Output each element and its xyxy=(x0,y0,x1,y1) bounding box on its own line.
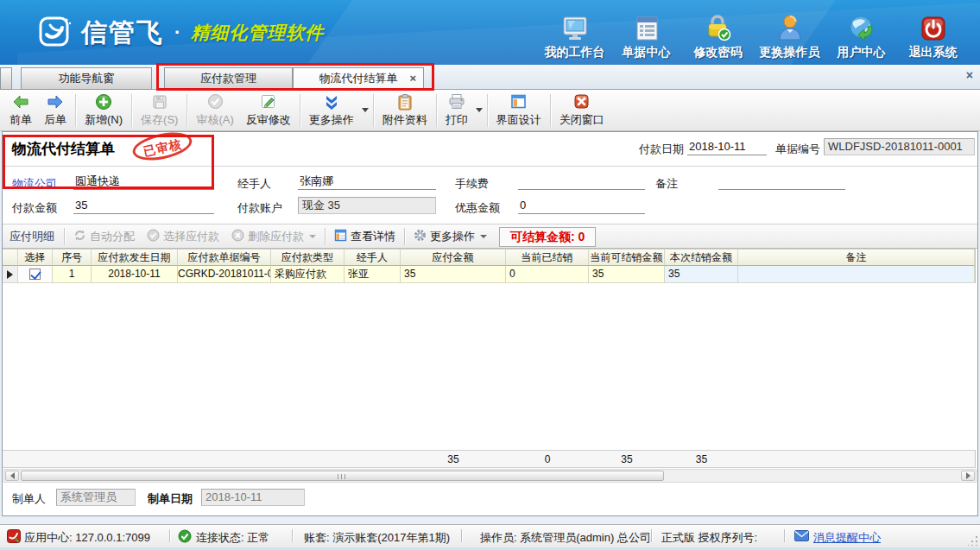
grid-header-row: 选择 序号 应付款发生日期 应付款单据编号 应付款类型 经手人 应付金额 当前已… xyxy=(3,249,975,266)
nav-change-password[interactable]: 修改密码 xyxy=(682,12,754,60)
scroll-right-button[interactable] xyxy=(961,471,975,481)
button-label: 删除应付款 xyxy=(248,229,304,244)
pay-amount-field[interactable]: 35 xyxy=(73,198,214,214)
cell-amount: 35 xyxy=(401,266,506,283)
col-header-docno[interactable]: 应付款单据编号 xyxy=(178,249,271,266)
dropdown-caret-icon[interactable] xyxy=(476,108,483,112)
connection-ok-icon xyxy=(178,529,192,546)
cell-docno: CGRKD-20181011-0005 xyxy=(178,266,271,283)
col-header-handler[interactable]: 经手人 xyxy=(345,249,401,266)
grid-data-row[interactable]: 1 2018-10-11 CGRKD-20181011-0005 采购应付款 张… xyxy=(3,266,975,283)
envelope-icon[interactable] xyxy=(794,530,809,544)
add-button[interactable]: 新增(N) xyxy=(79,92,129,130)
fee-label: 手续费 xyxy=(455,176,489,192)
attachments-button[interactable]: 附件资料 xyxy=(376,92,433,130)
col-header-date[interactable]: 应付款发生日期 xyxy=(92,249,178,266)
tab-logistics-settlement[interactable]: 物流代付结算单 × xyxy=(293,67,424,90)
next-doc-button[interactable]: 后单 xyxy=(38,92,73,130)
tab-close-icon[interactable]: × xyxy=(409,68,416,89)
save-button: 保存(S) xyxy=(135,92,184,130)
col-header-remark[interactable]: 备注 xyxy=(738,249,975,266)
status-separator xyxy=(461,529,462,542)
tab-payable-management[interactable]: 应付款管理 xyxy=(164,67,293,90)
cell-handler: 张亚 xyxy=(345,266,401,283)
col-header-type[interactable]: 应付款类型 xyxy=(271,249,345,266)
cell-remark[interactable] xyxy=(738,266,975,283)
tab-function-nav[interactable]: 功能导航窗 xyxy=(21,67,152,90)
pay-account-label: 付款账户 xyxy=(237,200,282,216)
power-icon xyxy=(920,12,946,41)
summary-spacer xyxy=(178,451,271,467)
col-header-amount[interactable]: 应付金额 xyxy=(401,249,506,266)
print-button[interactable]: 打印 xyxy=(439,92,474,130)
cell-seq: 1 xyxy=(53,266,92,283)
document-title: 物流代付结算单 xyxy=(12,139,115,159)
logistics-company-field[interactable]: 圆通快递 xyxy=(73,174,214,190)
col-header-select[interactable]: 选择 xyxy=(18,249,53,266)
nav-user-center[interactable]: 用户中心 xyxy=(825,12,897,60)
auto-assign-button: 自动分配 xyxy=(67,226,141,247)
summary-spacer xyxy=(271,451,345,467)
account-set-status: 账套: 演示账套(2017年第1期) xyxy=(304,530,450,546)
cell-settleable: 35 xyxy=(589,266,665,283)
toolbar-separator xyxy=(550,94,551,127)
ui-design-button[interactable]: 界面设计 xyxy=(490,92,547,130)
application-window: 信管飞 · 精细化管理软件 我的工作台 xyxy=(0,0,980,550)
col-header-settled[interactable]: 当前已结销 xyxy=(506,249,589,266)
row-select-cell[interactable] xyxy=(18,266,53,283)
remark-label: 备注 xyxy=(655,176,678,192)
resize-grip-icon[interactable] xyxy=(968,535,978,546)
handler-label: 经手人 xyxy=(237,176,271,192)
discount-field[interactable]: 0 xyxy=(518,198,645,214)
col-header-settleable[interactable]: 当前可结销金额 xyxy=(589,249,665,266)
scroll-left-button[interactable] xyxy=(5,471,19,481)
clipboard-icon xyxy=(397,93,413,111)
tabstrip-close-icon[interactable]: × xyxy=(966,68,973,82)
horizontal-scrollbar[interactable] xyxy=(3,469,977,483)
toolbar-separator xyxy=(436,94,437,127)
nav-document-center[interactable]: 单据中心 xyxy=(610,12,682,60)
brand-logo-icon xyxy=(38,14,73,52)
pay-date-field[interactable]: 2018-10-11 xyxy=(687,139,767,155)
col-header-this-settle[interactable]: 本次结销金额 xyxy=(665,249,738,266)
button-label: 打印 xyxy=(446,112,468,128)
doc-no-field: WLDFJSD-20181011-0001 xyxy=(824,138,975,155)
dropdown-caret-icon[interactable] xyxy=(480,235,487,238)
arrow-left-icon xyxy=(12,93,29,111)
cell-this-settle[interactable]: 35 xyxy=(665,266,738,283)
detail-more-actions-button[interactable]: 更多操作 xyxy=(408,226,493,247)
button-label: 保存(S) xyxy=(141,112,178,128)
dropdown-caret-icon[interactable] xyxy=(362,108,369,112)
nav-exit-system[interactable]: 退出系统 xyxy=(897,12,969,60)
summary-settleable: 35 xyxy=(589,451,665,467)
toolbar-separator xyxy=(487,94,488,127)
fee-field[interactable] xyxy=(518,174,645,190)
toolbar-separator xyxy=(64,228,65,245)
status-separator xyxy=(169,529,170,542)
col-header-seq[interactable]: 序号 xyxy=(53,249,92,266)
status-separator xyxy=(292,529,293,542)
scrollbar-thumb[interactable] xyxy=(21,471,664,481)
grid-summary-row: 35 0 35 35 xyxy=(3,450,976,468)
message-center-link[interactable]: 消息提醒中心 xyxy=(813,530,881,546)
brand-separator: · xyxy=(174,22,180,44)
checkbox-checked-icon[interactable] xyxy=(29,269,41,280)
toolbar-separator xyxy=(325,228,326,245)
nav-switch-operator[interactable]: 更换操作员 xyxy=(754,12,825,60)
more-actions-button[interactable]: 更多操作 xyxy=(303,92,360,130)
tab-edge-sliver xyxy=(0,67,12,90)
prev-doc-button[interactable]: 前单 xyxy=(3,92,38,130)
pay-account-field: 现金 35 xyxy=(298,197,436,214)
close-window-button[interactable]: 关闭窗口 xyxy=(553,92,610,130)
nav-my-workbench[interactable]: 我的工作台 xyxy=(539,12,610,60)
summary-spacer xyxy=(92,451,178,467)
button-label: 附件资料 xyxy=(383,112,427,128)
connection-status: 连接状态: 正常 xyxy=(196,530,269,546)
refresh-arrows-icon xyxy=(73,229,86,244)
app-center-status: 应用中心: 127.0.0.1:7099 xyxy=(24,530,150,546)
unaudit-button[interactable]: 反审修改 xyxy=(240,92,297,130)
view-detail-button[interactable]: 查看详情 xyxy=(328,226,401,247)
remark-field[interactable] xyxy=(718,174,845,190)
button-label: 前单 xyxy=(9,112,32,128)
handler-field[interactable]: 张南娜 xyxy=(298,174,436,190)
